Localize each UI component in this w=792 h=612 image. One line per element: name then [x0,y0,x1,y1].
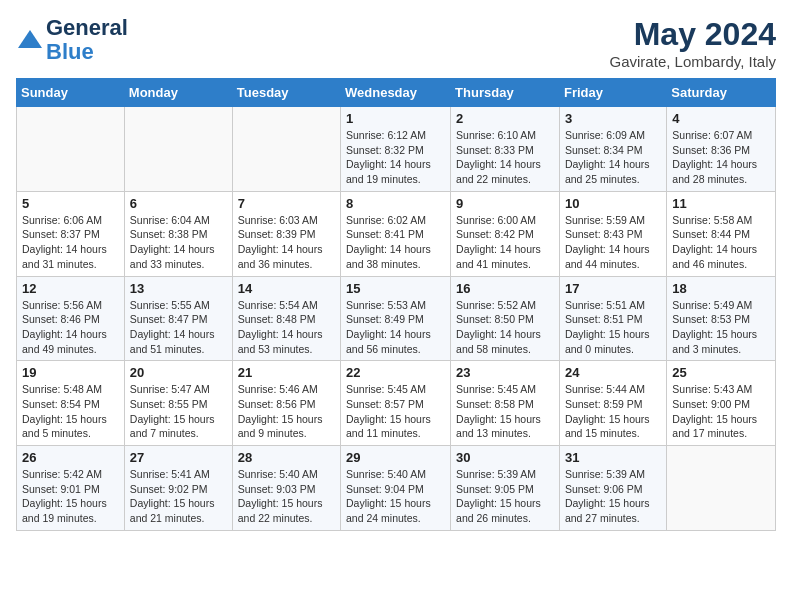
day-number: 1 [346,111,445,126]
day-cell: 20Sunrise: 5:47 AM Sunset: 8:55 PM Dayli… [124,361,232,446]
weekday-header-sunday: Sunday [17,79,125,107]
day-number: 26 [22,450,119,465]
day-info: Sunrise: 5:56 AM Sunset: 8:46 PM Dayligh… [22,298,119,357]
day-info: Sunrise: 6:07 AM Sunset: 8:36 PM Dayligh… [672,128,770,187]
day-number: 13 [130,281,227,296]
day-number: 20 [130,365,227,380]
day-number: 30 [456,450,554,465]
day-info: Sunrise: 5:51 AM Sunset: 8:51 PM Dayligh… [565,298,661,357]
day-number: 31 [565,450,661,465]
day-cell: 27Sunrise: 5:41 AM Sunset: 9:02 PM Dayli… [124,446,232,531]
day-number: 17 [565,281,661,296]
day-info: Sunrise: 5:53 AM Sunset: 8:49 PM Dayligh… [346,298,445,357]
day-number: 15 [346,281,445,296]
week-row-1: 1Sunrise: 6:12 AM Sunset: 8:32 PM Daylig… [17,107,776,192]
title-block: May 2024 Gavirate, Lombardy, Italy [610,16,776,70]
day-number: 6 [130,196,227,211]
day-info: Sunrise: 6:12 AM Sunset: 8:32 PM Dayligh… [346,128,445,187]
logo-text: General​ Blue [46,16,128,64]
logo: General​ Blue [16,16,128,64]
week-row-5: 26Sunrise: 5:42 AM Sunset: 9:01 PM Dayli… [17,446,776,531]
calendar-header: SundayMondayTuesdayWednesdayThursdayFrid… [17,79,776,107]
day-cell: 15Sunrise: 5:53 AM Sunset: 8:49 PM Dayli… [341,276,451,361]
day-info: Sunrise: 6:03 AM Sunset: 8:39 PM Dayligh… [238,213,335,272]
day-cell: 6Sunrise: 6:04 AM Sunset: 8:38 PM Daylig… [124,191,232,276]
day-info: Sunrise: 5:52 AM Sunset: 8:50 PM Dayligh… [456,298,554,357]
day-number: 9 [456,196,554,211]
day-number: 7 [238,196,335,211]
day-cell: 23Sunrise: 5:45 AM Sunset: 8:58 PM Dayli… [451,361,560,446]
weekday-header-wednesday: Wednesday [341,79,451,107]
day-number: 24 [565,365,661,380]
day-info: Sunrise: 6:06 AM Sunset: 8:37 PM Dayligh… [22,213,119,272]
day-number: 19 [22,365,119,380]
day-cell: 19Sunrise: 5:48 AM Sunset: 8:54 PM Dayli… [17,361,125,446]
day-info: Sunrise: 5:40 AM Sunset: 9:04 PM Dayligh… [346,467,445,526]
day-cell [667,446,776,531]
week-row-2: 5Sunrise: 6:06 AM Sunset: 8:37 PM Daylig… [17,191,776,276]
day-cell: 18Sunrise: 5:49 AM Sunset: 8:53 PM Dayli… [667,276,776,361]
day-cell: 21Sunrise: 5:46 AM Sunset: 8:56 PM Dayli… [232,361,340,446]
day-info: Sunrise: 5:46 AM Sunset: 8:56 PM Dayligh… [238,382,335,441]
day-number: 11 [672,196,770,211]
day-cell: 16Sunrise: 5:52 AM Sunset: 8:50 PM Dayli… [451,276,560,361]
day-info: Sunrise: 5:44 AM Sunset: 8:59 PM Dayligh… [565,382,661,441]
day-cell: 31Sunrise: 5:39 AM Sunset: 9:06 PM Dayli… [559,446,666,531]
day-info: Sunrise: 5:39 AM Sunset: 9:05 PM Dayligh… [456,467,554,526]
day-number: 22 [346,365,445,380]
day-number: 3 [565,111,661,126]
day-number: 14 [238,281,335,296]
day-number: 27 [130,450,227,465]
day-cell: 14Sunrise: 5:54 AM Sunset: 8:48 PM Dayli… [232,276,340,361]
month-title: May 2024 [610,16,776,53]
day-info: Sunrise: 5:45 AM Sunset: 8:57 PM Dayligh… [346,382,445,441]
day-cell: 13Sunrise: 5:55 AM Sunset: 8:47 PM Dayli… [124,276,232,361]
day-cell: 17Sunrise: 5:51 AM Sunset: 8:51 PM Dayli… [559,276,666,361]
day-number: 21 [238,365,335,380]
day-info: Sunrise: 5:39 AM Sunset: 9:06 PM Dayligh… [565,467,661,526]
week-row-3: 12Sunrise: 5:56 AM Sunset: 8:46 PM Dayli… [17,276,776,361]
day-info: Sunrise: 5:59 AM Sunset: 8:43 PM Dayligh… [565,213,661,272]
weekday-header-tuesday: Tuesday [232,79,340,107]
day-cell: 7Sunrise: 6:03 AM Sunset: 8:39 PM Daylig… [232,191,340,276]
day-cell: 5Sunrise: 6:06 AM Sunset: 8:37 PM Daylig… [17,191,125,276]
day-info: Sunrise: 5:40 AM Sunset: 9:03 PM Dayligh… [238,467,335,526]
calendar-body: 1Sunrise: 6:12 AM Sunset: 8:32 PM Daylig… [17,107,776,531]
day-cell: 9Sunrise: 6:00 AM Sunset: 8:42 PM Daylig… [451,191,560,276]
day-number: 4 [672,111,770,126]
day-cell [17,107,125,192]
day-info: Sunrise: 5:45 AM Sunset: 8:58 PM Dayligh… [456,382,554,441]
day-info: Sunrise: 6:10 AM Sunset: 8:33 PM Dayligh… [456,128,554,187]
day-cell: 4Sunrise: 6:07 AM Sunset: 8:36 PM Daylig… [667,107,776,192]
day-cell: 1Sunrise: 6:12 AM Sunset: 8:32 PM Daylig… [341,107,451,192]
weekday-header-saturday: Saturday [667,79,776,107]
svg-marker-0 [18,30,42,48]
day-cell: 22Sunrise: 5:45 AM Sunset: 8:57 PM Dayli… [341,361,451,446]
day-cell: 28Sunrise: 5:40 AM Sunset: 9:03 PM Dayli… [232,446,340,531]
logo-icon [16,26,44,54]
day-number: 8 [346,196,445,211]
day-cell: 24Sunrise: 5:44 AM Sunset: 8:59 PM Dayli… [559,361,666,446]
day-number: 25 [672,365,770,380]
day-number: 18 [672,281,770,296]
day-info: Sunrise: 6:00 AM Sunset: 8:42 PM Dayligh… [456,213,554,272]
day-cell: 29Sunrise: 5:40 AM Sunset: 9:04 PM Dayli… [341,446,451,531]
weekday-header-monday: Monday [124,79,232,107]
day-cell: 11Sunrise: 5:58 AM Sunset: 8:44 PM Dayli… [667,191,776,276]
day-info: Sunrise: 5:43 AM Sunset: 9:00 PM Dayligh… [672,382,770,441]
weekday-header-friday: Friday [559,79,666,107]
day-info: Sunrise: 5:55 AM Sunset: 8:47 PM Dayligh… [130,298,227,357]
page-header: General​ Blue May 2024 Gavirate, Lombard… [16,16,776,70]
day-info: Sunrise: 5:42 AM Sunset: 9:01 PM Dayligh… [22,467,119,526]
calendar-table: SundayMondayTuesdayWednesdayThursdayFrid… [16,78,776,531]
day-info: Sunrise: 5:48 AM Sunset: 8:54 PM Dayligh… [22,382,119,441]
day-info: Sunrise: 5:49 AM Sunset: 8:53 PM Dayligh… [672,298,770,357]
day-number: 28 [238,450,335,465]
day-number: 10 [565,196,661,211]
day-cell: 26Sunrise: 5:42 AM Sunset: 9:01 PM Dayli… [17,446,125,531]
day-number: 29 [346,450,445,465]
day-info: Sunrise: 5:54 AM Sunset: 8:48 PM Dayligh… [238,298,335,357]
weekday-row: SundayMondayTuesdayWednesdayThursdayFrid… [17,79,776,107]
day-info: Sunrise: 5:47 AM Sunset: 8:55 PM Dayligh… [130,382,227,441]
day-info: Sunrise: 6:04 AM Sunset: 8:38 PM Dayligh… [130,213,227,272]
